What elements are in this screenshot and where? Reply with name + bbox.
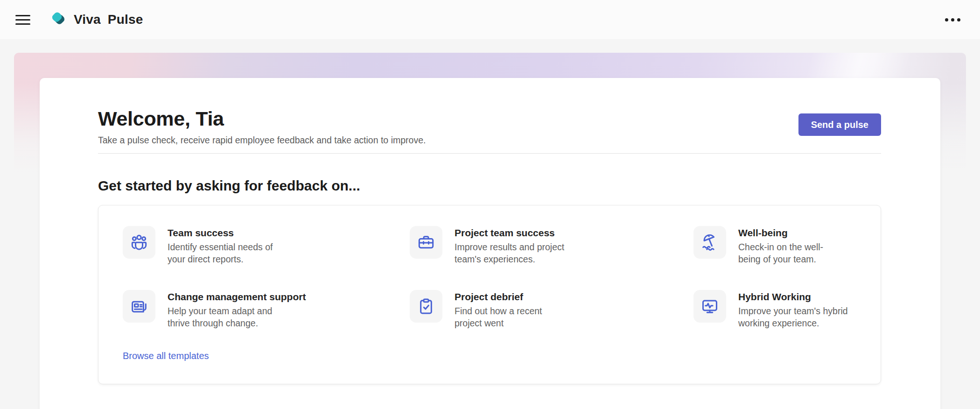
template-description: Improve results and project team's exper…	[455, 241, 564, 265]
briefcase-icon	[417, 233, 435, 252]
template-description: Find out how a recent project went	[455, 305, 542, 329]
viva-pulse-logo-icon	[49, 10, 68, 29]
clipboard-check-icon	[417, 297, 435, 316]
app-title: Viva Pulse	[74, 12, 143, 27]
template-item-well-being[interactable]: Well-being Check-in on the well- being o…	[693, 226, 862, 265]
template-item-project-debrief[interactable]: Project debrief Find out how a recent pr…	[410, 290, 693, 329]
template-description: Identify essential needs of your direct …	[168, 241, 273, 265]
template-title: Team success	[168, 227, 273, 239]
templates-section-heading: Get started by asking for feedback on...	[98, 178, 881, 194]
templates-card: Team success Identify essential needs of…	[98, 205, 881, 384]
template-title: Project team success	[455, 227, 564, 239]
template-item-team-success[interactable]: Team success Identify essential needs of…	[123, 226, 410, 265]
top-app-bar: Viva Pulse	[0, 0, 980, 39]
template-title: Hybrid Working	[738, 291, 848, 303]
icon-tile	[410, 290, 442, 323]
main-content-card: Welcome, Tia Take a pulse check, receive…	[40, 78, 940, 409]
template-item-project-team-success[interactable]: Project team success Improve results and…	[410, 226, 693, 265]
hamburger-icon[interactable]	[15, 15, 30, 25]
template-item-change-management[interactable]: Change management support Help your team…	[123, 290, 410, 329]
icon-tile	[693, 226, 726, 259]
monitor-pulse-icon	[700, 297, 719, 316]
beach-umbrella-icon	[700, 233, 719, 252]
icon-tile	[123, 226, 155, 259]
template-description: Check-in on the well- being of your team…	[738, 241, 823, 265]
template-item-hybrid-working[interactable]: Hybrid Working Improve your team's hybri…	[693, 290, 862, 329]
welcome-header: Welcome, Tia Take a pulse check, receive…	[98, 108, 881, 146]
send-a-pulse-button[interactable]: Send a pulse	[798, 113, 881, 136]
template-description: Improve your team's hybrid working exper…	[738, 305, 848, 329]
icon-tile	[693, 290, 726, 323]
people-community-icon	[130, 233, 148, 252]
more-horizontal-icon[interactable]	[944, 15, 961, 24]
template-title: Project debrief	[455, 291, 542, 303]
icon-tile	[123, 290, 155, 323]
icon-tile	[410, 226, 442, 259]
template-title: Change management support	[168, 291, 306, 303]
template-title: Well-being	[738, 227, 823, 239]
browse-all-templates-link[interactable]: Browse all templates	[123, 351, 209, 361]
templates-grid: Team success Identify essential needs of…	[123, 226, 862, 329]
section-divider	[98, 153, 881, 154]
welcome-subtitle: Take a pulse check, receive rapid employ…	[98, 135, 426, 146]
template-description: Help your team adapt and thrive through …	[168, 305, 306, 329]
newspaper-icon	[130, 297, 148, 316]
welcome-title: Welcome, Tia	[98, 108, 426, 130]
